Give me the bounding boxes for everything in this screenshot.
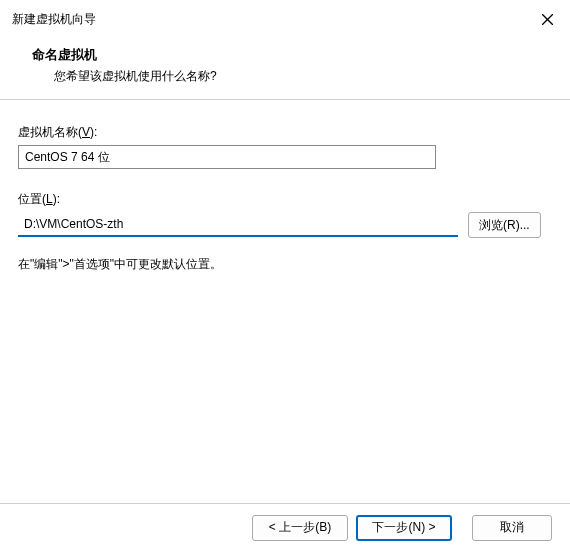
hint-text: 在"编辑">"首选项"中可更改默认位置。 (18, 256, 552, 273)
next-button[interactable]: 下一步(N) > (356, 515, 452, 541)
wizard-subheading: 您希望该虚拟机使用什么名称? (32, 68, 558, 85)
wizard-heading: 命名虚拟机 (32, 46, 558, 64)
vm-name-label-key: V (82, 125, 90, 139)
location-label: 位置(L): (18, 191, 552, 208)
back-key: B (319, 520, 327, 534)
next-prefix: 下一步( (372, 520, 412, 534)
location-label-suffix: ): (53, 192, 60, 206)
next-key: N (412, 520, 421, 534)
browse-suffix: )... (516, 218, 530, 232)
footer: < 上一步(B) 下一步(N) > 取消 (0, 503, 570, 551)
browse-button[interactable]: 浏览(R)... (468, 212, 541, 238)
location-label-prefix: 位置( (18, 192, 46, 206)
close-button[interactable] (536, 8, 558, 30)
back-prefix: < 上一步( (269, 520, 319, 534)
next-suffix: ) > (421, 520, 435, 534)
vm-name-label-suffix: ): (90, 125, 97, 139)
location-label-key: L (46, 192, 53, 206)
wizard-header: 命名虚拟机 您希望该虚拟机使用什么名称? (0, 36, 570, 100)
browse-prefix: 浏览( (479, 218, 507, 232)
location-input[interactable] (18, 213, 458, 237)
cancel-button[interactable]: 取消 (472, 515, 552, 541)
vm-name-label: 虚拟机名称(V): (18, 124, 552, 141)
browse-key: R (507, 218, 516, 232)
window-title: 新建虚拟机向导 (12, 11, 96, 28)
back-button[interactable]: < 上一步(B) (252, 515, 348, 541)
vm-name-label-prefix: 虚拟机名称( (18, 125, 82, 139)
content-area: 虚拟机名称(V): 位置(L): 浏览(R)... 在"编辑">"首选项"中可更… (0, 100, 570, 273)
vm-name-input[interactable] (18, 145, 436, 169)
close-icon (542, 14, 553, 25)
titlebar: 新建虚拟机向导 (0, 0, 570, 36)
back-suffix: ) (327, 520, 331, 534)
